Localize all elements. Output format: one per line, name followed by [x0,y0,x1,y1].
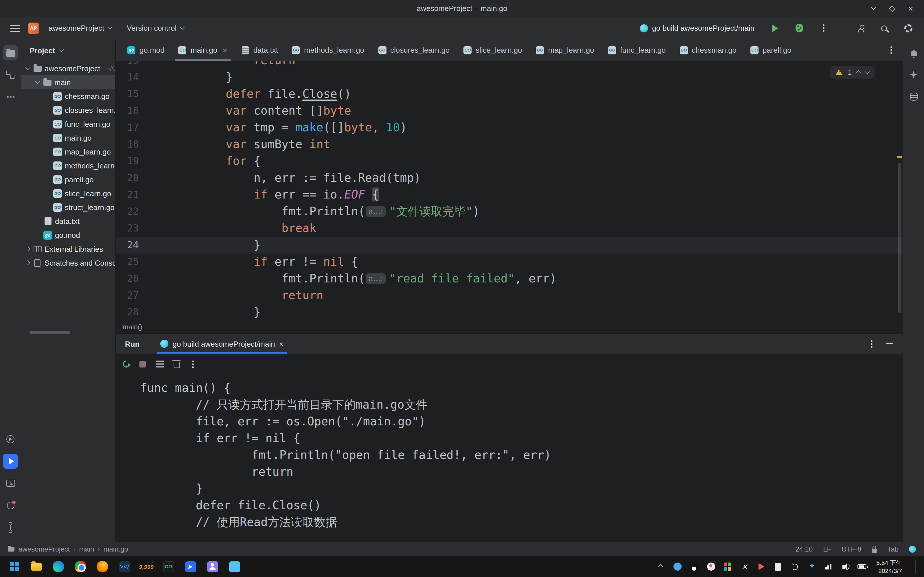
editor-viewport[interactable]: 13 return14 }15 defer file.Close()16 var… [116,61,903,321]
line-number[interactable]: 17 [116,119,139,136]
go-sdk-icon[interactable] [909,546,916,553]
line-number[interactable]: 22 [116,203,139,220]
window-maximize-button[interactable] [886,2,898,15]
run-configuration-select[interactable]: go build awesomeProject/main [635,22,759,34]
editor-vscrollbar[interactable] [898,163,901,313]
tray-qq-icon[interactable] [689,562,699,571]
editor-tab-main-go[interactable]: GOmain.go× [172,39,234,61]
tray-sync-icon[interactable] [790,562,799,571]
tray-net-icon[interactable] [824,562,833,571]
chevron-down-icon[interactable] [865,69,870,74]
chevron-down-icon[interactable] [26,65,31,70]
run-tool-button[interactable] [3,454,18,469]
taskbar-app-goland[interactable]: GO [158,556,179,577]
editor-tab-slice-learn-go[interactable]: GOslice_learn.go [457,39,529,61]
project-switcher[interactable]: awesomeProject [44,21,116,35]
settings-button[interactable] [900,22,917,34]
run-console[interactable]: func main() { // 只读方式打开当前目录下的main.go文件 f… [116,374,903,542]
window-minimize-button[interactable] [867,2,880,15]
chevron-up-icon[interactable] [856,70,861,75]
tab-list-icon[interactable] [890,49,892,51]
tray-star-icon[interactable]: * [807,562,816,571]
project-hscrollbar[interactable] [29,331,70,334]
editor-tab-map-learn-go[interactable]: GOmap_learn.go [529,39,601,61]
tree-item-awesomeproject[interactable]: awesomeProject~/Gola [21,61,115,75]
tree-item-parell-go[interactable]: GOparell.go [21,172,115,186]
services-tool-button[interactable] [3,432,18,447]
taskbar-app-stocks[interactable]: 9,999 [135,556,158,577]
warning-stripe-mark[interactable] [897,156,902,158]
tree-item-external-libraries[interactable]: External Libraries [21,242,115,256]
taskbar-app-firefox[interactable] [92,556,113,577]
tree-item-map-learn-go[interactable]: GOmap_learn.go [21,145,115,159]
taskbar-app-explorer[interactable] [26,556,47,577]
tree-item-func-learn-go[interactable]: GOfunc_learn.go [21,117,115,131]
line-number[interactable]: 24 [116,237,139,253]
taskbar-app-media[interactable]: ▶ [179,556,201,577]
tray-bat-icon[interactable] [857,562,866,571]
tree-item-data-txt[interactable]: data.txt [21,214,115,228]
show-desktop-button[interactable] [915,560,916,574]
statusbar-crumb-project[interactable]: awesomeProject [19,545,70,553]
file-encoding[interactable]: UTF-8 [842,545,861,553]
line-number[interactable]: 25 [116,253,139,270]
editor-tab-func-learn-go[interactable]: GOfunc_learn.go [601,39,673,61]
project-panel-header[interactable]: Project [21,39,115,61]
tray-store-icon[interactable] [723,562,732,571]
taskbar-app-edge[interactable] [47,556,69,577]
line-number[interactable]: 15 [116,85,139,102]
taskbar-app-app-person[interactable] [201,556,223,577]
caret-position[interactable]: 24:10 [795,545,813,553]
close-icon[interactable]: × [222,45,227,55]
version-control-tool-button[interactable] [3,520,18,535]
tree-item-main[interactable]: main [21,75,115,89]
chevron-down-icon[interactable] [35,79,40,84]
inspections-widget[interactable]: 1 [830,66,875,79]
taskbar-app-vscode[interactable]: ></ [113,556,135,577]
taskbar-clock[interactable]: 5:54 下午 2024/3/7 [876,558,902,575]
run-button[interactable] [767,22,783,34]
editor-breadcrumbs[interactable]: main() [116,321,903,334]
run-tab[interactable]: go build awesomeProject/main × [155,334,289,354]
version-control-menu[interactable]: Version control [122,21,188,35]
editor-tab-closures-learn-go[interactable]: GOclosures_learn.go [371,39,457,61]
tree-item-go-mod[interactable]: gogo.mod [21,228,115,242]
taskbar-app-app-blue[interactable] [223,556,245,577]
tree-item-slice-learn-go[interactable]: GOslice_learn.go [21,186,115,200]
stop-button[interactable] [139,361,146,367]
indent-style[interactable]: Tab [887,545,898,553]
ai-assistant-button[interactable] [906,67,921,82]
more-tool-windows-button[interactable] [3,89,18,104]
code-with-me-button[interactable] [853,21,868,35]
line-number[interactable]: 14 [116,69,139,85]
line-number[interactable]: 26 [116,270,139,287]
line-ending[interactable]: LF [823,545,831,553]
line-number[interactable]: 20 [116,169,139,186]
lock-icon[interactable] [872,548,877,553]
soft-wrap-button[interactable] [156,361,164,362]
line-number[interactable]: 13 [116,61,139,69]
line-number[interactable]: 16 [116,102,139,119]
tray-play-icon[interactable] [757,562,766,571]
kebab-icon[interactable] [192,363,194,365]
kebab-icon[interactable] [871,343,872,345]
taskbar-app-start[interactable] [3,556,26,577]
debug-button[interactable] [791,21,808,35]
tree-item-scratches-and-consoles[interactable]: Scratches and Consoles [21,256,115,270]
clear-output-button[interactable] [174,362,180,368]
notifications-button[interactable] [906,45,921,60]
editor-tab-chessman-go[interactable]: GOchessman.go [673,39,744,61]
minimize-icon[interactable] [886,343,893,344]
tray-vol-icon[interactable] [840,562,850,571]
statusbar-crumb-file[interactable]: main.go [103,545,128,553]
tray-contact-icon[interactable] [706,562,715,571]
terminal-tool-button[interactable] [3,476,18,491]
search-everywhere-button[interactable] [877,23,892,33]
editor-tab-go-mod[interactable]: gogo.mod [120,39,172,61]
editor-tab-data-txt[interactable]: data.txt [234,39,285,61]
commit-tool-button[interactable] [3,67,18,82]
statusbar-crumb-folder[interactable]: main [79,545,94,553]
tray-xbox-icon[interactable]: ✕ [740,562,749,571]
project-tool-button[interactable] [3,45,18,60]
tree-item-struct-learn-go[interactable]: GOstruct_learn.go [21,200,115,214]
